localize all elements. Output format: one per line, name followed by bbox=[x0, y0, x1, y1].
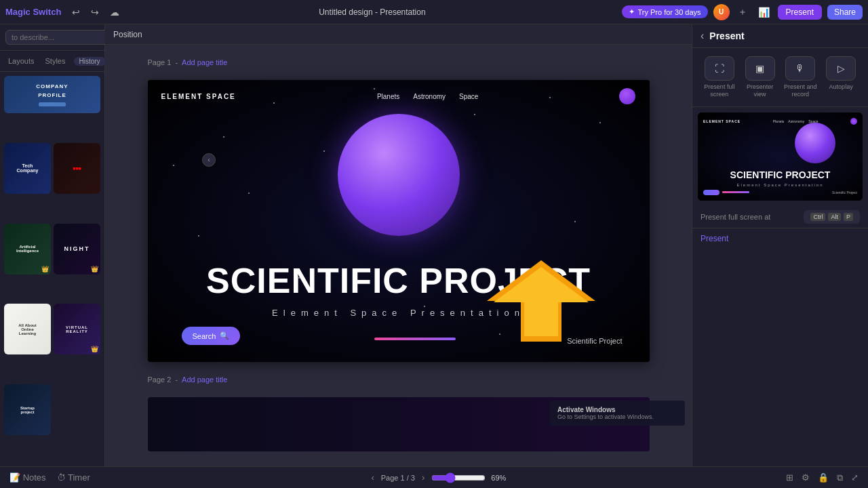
slide-planet bbox=[338, 114, 460, 236]
shortcut-info: Present full screen at Ctrl Alt P bbox=[692, 206, 868, 228]
presenter-view-icon: ▣ bbox=[745, 56, 775, 81]
preview-nav: ELEMENT SPACE Planets Astronomy Space bbox=[703, 118, 857, 125]
lock-button[interactable]: 🔒 bbox=[816, 471, 830, 484]
autoplay-icon: ▷ bbox=[826, 56, 856, 81]
notes-button[interactable]: 📝 Notes bbox=[8, 471, 47, 484]
nav-astronomy: Astronomy bbox=[413, 93, 446, 100]
position-label: Position bbox=[113, 30, 142, 39]
settings-button[interactable]: ⚙ bbox=[800, 471, 811, 484]
list-item[interactable]: COMPANY PROFILE bbox=[4, 76, 100, 113]
collapse-panel-button[interactable]: ‹ bbox=[202, 153, 216, 167]
list-item[interactable]: ■■■ bbox=[54, 143, 100, 194]
duplicate-button[interactable]: ⧉ bbox=[835, 471, 844, 485]
list-item[interactable]: VIRTUALREALITY 👑 bbox=[54, 304, 100, 354]
present-options: ⛶ Present fullscreen ▣ Presenterview 🎙 P… bbox=[692, 48, 868, 107]
option-presenter-view[interactable]: ▣ Presenterview bbox=[741, 56, 779, 98]
try-pro-button[interactable]: ✦ Try Pro for 30 days bbox=[622, 5, 707, 18]
option-fullscreen[interactable]: ⛶ Present fullscreen bbox=[701, 56, 738, 98]
slide-preview: ELEMENT SPACE Planets Astronomy Space SC… bbox=[698, 113, 863, 201]
left-tabs: Layouts Styles History Green › See all bbox=[0, 51, 104, 72]
page1-label: Page 1 bbox=[148, 58, 172, 66]
template-grid: COMPANY PROFILE TechCompany ■■■ bbox=[0, 72, 104, 466]
filter-history[interactable]: History bbox=[74, 57, 106, 66]
tab-layouts[interactable]: Layouts bbox=[5, 56, 37, 66]
undo-button[interactable]: ↩ bbox=[69, 5, 83, 19]
topbar-right: ✦ Try Pro for 30 days U ＋ 📊 Present Shar… bbox=[622, 4, 863, 20]
back-button[interactable]: ‹ bbox=[701, 30, 704, 42]
document-title: Untitled design - Presentation bbox=[127, 7, 616, 17]
position-bar: Position bbox=[105, 24, 692, 45]
crown-icon: 👑 bbox=[91, 266, 98, 272]
main-layout: ⚙ Layouts Styles History Green › See all… bbox=[0, 24, 868, 466]
list-item[interactable]: TechCompany bbox=[4, 143, 51, 194]
bottom-center: ‹ Page 1 / 3 › 69% bbox=[102, 471, 774, 484]
slide-progress-bar bbox=[374, 338, 456, 340]
search-input[interactable] bbox=[5, 30, 111, 45]
preview-title: SCIENTIFIC PROJECT bbox=[705, 169, 856, 180]
page2-add-title[interactable]: Add page title bbox=[182, 375, 227, 384]
page1-add-title[interactable]: Add page title bbox=[182, 58, 227, 66]
right-panel: ‹ Present ⛶ Present fullscreen ▣ Present… bbox=[692, 24, 868, 466]
cloud-save-button[interactable]: ☁ bbox=[107, 5, 122, 19]
present-button[interactable]: Present bbox=[778, 5, 822, 20]
page2-header: Page 2 - Add page title bbox=[148, 373, 650, 386]
bottom-bar: 📝 Notes ⏱ Timer ‹ Page 1 / 3 › 69% ⊞ ⚙ 🔒… bbox=[0, 466, 868, 488]
main-slide[interactable]: ELEMENT SPACE Planets Astronomy Space SC… bbox=[148, 80, 650, 362]
option-fullscreen-label: Present fullscreen bbox=[704, 83, 734, 98]
present-link-button[interactable]: Present bbox=[701, 234, 860, 243]
crown-icon: 👑 bbox=[41, 266, 49, 272]
timer-button[interactable]: ⏱ Timer bbox=[56, 471, 92, 484]
right-header: ‹ Present bbox=[692, 24, 868, 48]
preview-subtitle: Element Space Presentation bbox=[698, 183, 863, 187]
topbar: Magic Switch ↩ ↪ ☁ Untitled design - Pre… bbox=[0, 0, 868, 24]
redo-button[interactable]: ↪ bbox=[88, 5, 102, 19]
zoom-slider[interactable] bbox=[431, 472, 486, 483]
right-panel-title: Present bbox=[709, 30, 744, 41]
nav-dot bbox=[619, 88, 635, 104]
crown-icon: 👑 bbox=[91, 346, 98, 352]
key-alt: Alt bbox=[828, 213, 841, 221]
slide-search-btn: Search 🔍 bbox=[182, 327, 241, 345]
nav-planets: Planets bbox=[377, 93, 399, 100]
share-button[interactable]: Share bbox=[827, 5, 863, 20]
bottom-right: ⊞ ⚙ 🔒 ⧉ ⤢ bbox=[785, 471, 860, 485]
option-present-record[interactable]: 🎙 Present andrecord bbox=[782, 56, 820, 98]
key-p: P bbox=[844, 213, 853, 221]
slide-nav-links: Planets Astronomy Space bbox=[377, 93, 479, 100]
slide-navbar: ELEMENT SPACE Planets Astronomy Space bbox=[148, 88, 650, 104]
brand-logo: Magic Switch bbox=[5, 7, 61, 17]
svg-marker-1 bbox=[494, 267, 589, 336]
bottom-left: 📝 Notes ⏱ Timer bbox=[8, 471, 92, 484]
left-panel: ⚙ Layouts Styles History Green › See all… bbox=[0, 24, 105, 466]
page2-label: Page 2 bbox=[148, 375, 172, 384]
key-ctrl: Ctrl bbox=[810, 213, 825, 221]
tab-styles[interactable]: Styles bbox=[43, 56, 68, 66]
activate-desc: Go to Settings to activate Windows. bbox=[557, 413, 677, 420]
grid-view-button[interactable]: ⊞ bbox=[785, 471, 795, 484]
list-item[interactable]: All AboutOnlineLearning bbox=[4, 304, 51, 354]
slide-brand: ELEMENT SPACE bbox=[161, 93, 236, 100]
slide-arrow bbox=[487, 260, 595, 342]
fullscreen-icon: ⛶ bbox=[705, 56, 734, 81]
list-item[interactable]: NIGHT 👑 bbox=[54, 224, 100, 274]
add-button[interactable]: ＋ bbox=[735, 5, 750, 20]
user-avatar[interactable]: U bbox=[713, 4, 730, 20]
expand-button[interactable]: ⤢ bbox=[850, 471, 860, 484]
preview-inner: ELEMENT SPACE Planets Astronomy Space SC… bbox=[698, 113, 863, 201]
search-bar: ⚙ bbox=[0, 24, 104, 51]
next-page-button[interactable]: › bbox=[420, 471, 426, 484]
analytics-button[interactable]: 📊 bbox=[755, 5, 772, 19]
preview-planet bbox=[795, 123, 835, 163]
prev-page-button[interactable]: ‹ bbox=[370, 471, 375, 484]
canvas-area: Position ‹ Page 1 - Add page title bbox=[105, 24, 692, 466]
activate-windows-banner: Activate Windows Go to Settings to activ… bbox=[549, 401, 685, 426]
record-icon: 🎙 bbox=[785, 56, 815, 81]
option-presenter-label: Presenterview bbox=[747, 83, 773, 98]
preview-bottom-bar: Scientific Project bbox=[703, 190, 857, 195]
slide-search: Search 🔍 bbox=[182, 327, 241, 345]
option-autoplay[interactable]: ▷ Autoplay bbox=[822, 56, 860, 98]
page-indicator: Page 1 / 3 bbox=[381, 474, 415, 482]
page1-header: Page 1 - Add page title bbox=[148, 58, 650, 69]
list-item[interactable]: ArtificialIntelligence 👑 bbox=[4, 224, 51, 274]
list-item[interactable]: Startupproject bbox=[4, 384, 51, 435]
